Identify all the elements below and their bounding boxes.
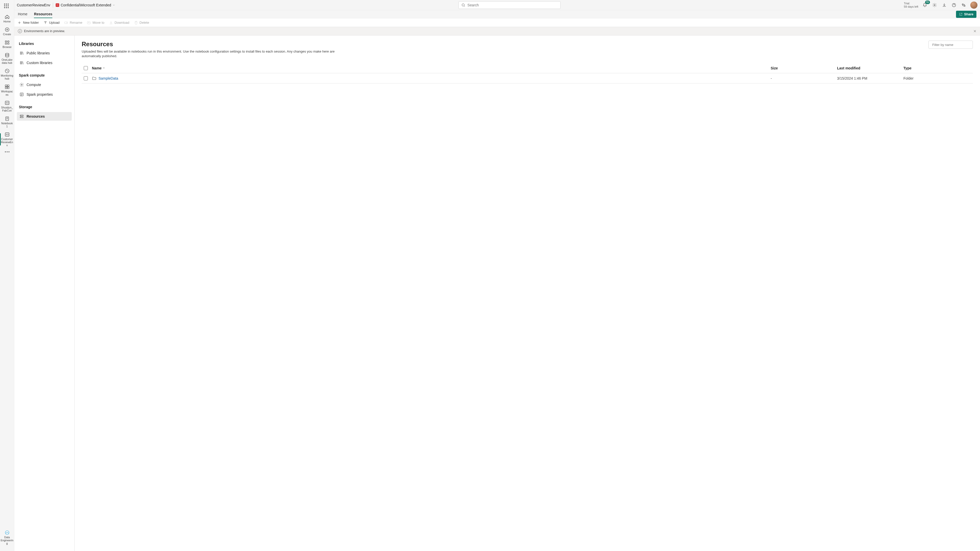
col-modified[interactable]: Last modified xyxy=(837,66,904,70)
global-search[interactable] xyxy=(458,1,561,9)
rail-more[interactable] xyxy=(5,149,10,155)
rail-create[interactable]: Create xyxy=(0,25,14,38)
svg-rect-12 xyxy=(6,117,9,121)
body: Libraries Public libraries Custom librar… xyxy=(14,35,980,551)
env-name: CustomerReviewEnv xyxy=(17,3,50,7)
rail-onelake[interactable]: OneLake data hub xyxy=(0,51,14,66)
rail-recent-notebook[interactable]: Notebook 1 xyxy=(0,114,14,130)
trial-remaining: 59 days left xyxy=(904,5,918,8)
rail-monitoring[interactable]: Monitoring hub xyxy=(0,66,14,82)
resources-icon xyxy=(19,114,24,119)
table-row[interactable]: SampleData - 3/15/2024 1:46 PM Folder xyxy=(82,73,973,83)
gear-icon xyxy=(932,3,937,7)
svg-point-19 xyxy=(964,5,966,6)
page-description: Uploaded files will be available in note… xyxy=(82,49,347,59)
preview-banner-text: Environments are in preview. xyxy=(24,29,65,33)
folder-icon xyxy=(92,76,97,81)
upload-button[interactable]: Upload xyxy=(43,21,59,25)
svg-rect-24 xyxy=(20,117,23,118)
filter-box[interactable] xyxy=(928,41,973,49)
tab-resources[interactable]: Resources xyxy=(34,10,52,18)
rail-workspaces-label: Workspaces xyxy=(0,90,14,96)
col-name[interactable]: Name xyxy=(92,66,771,70)
share-button[interactable]: Share xyxy=(956,11,977,18)
row-name-cell[interactable]: SampleData xyxy=(92,76,771,81)
rail-recent-env[interactable]: CustomerReviewEnv xyxy=(0,130,14,149)
tab-home[interactable]: Home xyxy=(18,10,27,18)
sidebar-compute-label: Compute xyxy=(27,83,41,87)
rename-icon xyxy=(64,21,68,25)
svg-rect-13 xyxy=(5,133,9,136)
environment-icon xyxy=(5,132,10,137)
search-input[interactable] xyxy=(468,3,558,7)
sort-asc-icon xyxy=(103,67,105,70)
svg-rect-7 xyxy=(5,85,7,87)
rail-persona[interactable]: Data Engineering xyxy=(0,528,14,547)
sidebar-spark-properties[interactable]: Spark properties xyxy=(17,90,72,99)
row-checkbox[interactable] xyxy=(84,76,88,80)
settings-button[interactable] xyxy=(932,2,938,8)
resources-table: Name Size Last modified Type SampleData xyxy=(82,63,973,83)
row-name: SampleData xyxy=(99,76,118,80)
properties-icon xyxy=(19,92,24,97)
feedback-icon xyxy=(961,3,966,7)
feedback-button[interactable] xyxy=(961,2,967,8)
svg-point-16 xyxy=(934,4,935,6)
new-folder-button[interactable]: New folder xyxy=(18,21,39,25)
settings-sidebar: Libraries Public libraries Custom librar… xyxy=(14,35,75,551)
sensitivity-label: Confidential\Microsoft Extended xyxy=(61,3,111,7)
col-name-label: Name xyxy=(92,66,102,70)
col-type[interactable]: Type xyxy=(904,66,970,70)
sensitivity-dropdown[interactable]: Confidential\Microsoft Extended xyxy=(56,3,115,7)
rail-workspaces[interactable]: Workspaces xyxy=(0,82,14,98)
svg-rect-23 xyxy=(20,115,23,116)
move-icon xyxy=(87,21,91,25)
svg-rect-9 xyxy=(5,87,7,89)
rail-recent-notebook-label: Notebook 1 xyxy=(0,122,14,128)
rail-browse[interactable]: Browse xyxy=(0,38,14,51)
rail-home[interactable]: Home xyxy=(0,12,14,25)
rail-onelake-label: OneLake data hub xyxy=(0,58,14,64)
svg-rect-10 xyxy=(7,87,9,89)
col-size[interactable]: Size xyxy=(771,66,837,70)
svg-point-18 xyxy=(962,3,963,5)
search-icon xyxy=(461,3,465,7)
rail-monitoring-label: Monitoring hub xyxy=(0,74,14,80)
filter-input[interactable] xyxy=(932,43,975,47)
download-manager-button[interactable] xyxy=(941,2,947,8)
new-folder-label: New folder xyxy=(23,21,39,24)
download-button: Download xyxy=(109,21,129,25)
notif-badge: 55 xyxy=(925,0,930,4)
tabs-row: Home Resources Share xyxy=(14,10,980,18)
share-button-label: Share xyxy=(964,12,974,16)
svg-point-5 xyxy=(5,53,9,55)
sidebar-compute[interactable]: Compute xyxy=(17,80,72,89)
account-avatar[interactable] xyxy=(970,2,977,9)
select-all-checkbox[interactable] xyxy=(84,66,88,70)
topbar-right: Trial: 59 days left 55 xyxy=(904,2,977,9)
section-libraries: Libraries xyxy=(17,40,72,48)
svg-rect-20 xyxy=(65,22,67,24)
help-button[interactable] xyxy=(951,2,957,8)
delete-button: Delete xyxy=(134,21,150,25)
app-launcher-icon[interactable] xyxy=(4,3,10,10)
row-size: - xyxy=(771,76,837,80)
rail-recent-workspace[interactable]: Shuaijun_FabCon xyxy=(0,98,14,114)
notifications-button[interactable]: 55 xyxy=(922,2,928,8)
workspaces-icon xyxy=(5,84,10,89)
svg-rect-11 xyxy=(5,101,9,104)
move-label: Move to xyxy=(92,21,104,24)
preview-banner: i Environments are in preview. xyxy=(14,27,980,35)
sidebar-public-libraries[interactable]: Public libraries xyxy=(17,49,72,57)
close-icon[interactable] xyxy=(973,29,977,33)
library-custom-icon xyxy=(19,60,24,65)
compute-gear-icon xyxy=(19,83,24,87)
home-icon xyxy=(5,14,10,19)
rail-browse-label: Browse xyxy=(3,45,11,49)
delete-label: Delete xyxy=(140,21,150,24)
row-type: Folder xyxy=(904,76,970,80)
sidebar-custom-libraries[interactable]: Custom libraries xyxy=(17,59,72,67)
info-icon: i xyxy=(18,29,22,33)
sidebar-resources[interactable]: Resources xyxy=(17,112,72,121)
rename-label: Rename xyxy=(70,21,82,24)
